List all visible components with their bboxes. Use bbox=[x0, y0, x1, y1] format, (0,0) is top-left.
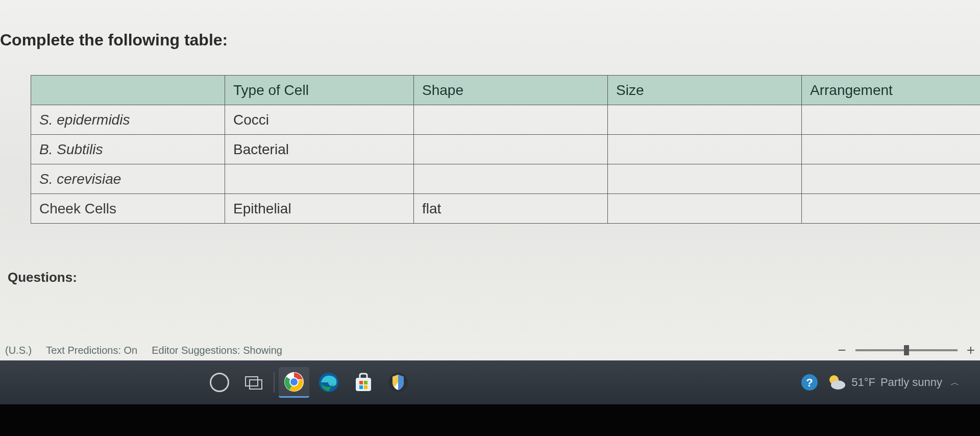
zoom-slider-thumb[interactable] bbox=[904, 345, 909, 355]
chrome-button[interactable] bbox=[279, 367, 309, 398]
cell-shape[interactable] bbox=[414, 135, 608, 164]
tray-chevron-icon[interactable]: ︿ bbox=[950, 376, 960, 389]
table-header-row: Type of Cell Shape Size Arrangement bbox=[31, 76, 981, 105]
cell-type[interactable]: Bacterial bbox=[225, 135, 414, 164]
status-bar: (U.S.) Text Predictions: On Editor Sugge… bbox=[0, 340, 980, 360]
taskbar-right: ? 51°F Partly sunny ︿ bbox=[800, 373, 960, 392]
status-text-predictions[interactable]: Text Predictions: On bbox=[46, 345, 137, 356]
questions-heading: Questions: bbox=[8, 270, 980, 285]
zoom-slider[interactable] bbox=[855, 349, 958, 351]
svg-point-4 bbox=[290, 378, 298, 385]
cell-shape[interactable]: flat bbox=[414, 194, 608, 224]
edge-button[interactable] bbox=[313, 367, 344, 398]
cell-arrangement[interactable] bbox=[802, 164, 981, 194]
help-icon[interactable]: ? bbox=[800, 373, 819, 392]
svg-rect-0 bbox=[246, 377, 258, 386]
cell-size[interactable] bbox=[608, 164, 802, 194]
header-blank bbox=[31, 76, 225, 105]
weather-icon bbox=[827, 373, 846, 392]
cell-size[interactable] bbox=[608, 105, 802, 135]
cell-size[interactable] bbox=[608, 135, 802, 164]
cell-type[interactable]: Epithelial bbox=[225, 194, 414, 224]
svg-text:?: ? bbox=[806, 376, 813, 389]
page-title: Complete the following table: bbox=[0, 31, 980, 50]
row-label[interactable]: Cheek Cells bbox=[31, 194, 225, 224]
svg-rect-7 bbox=[359, 381, 363, 384]
cell-arrangement[interactable] bbox=[802, 135, 981, 164]
cell-size[interactable] bbox=[608, 194, 802, 224]
task-view-button[interactable] bbox=[239, 367, 270, 398]
data-table: Type of Cell Shape Size Arrangement S. e… bbox=[31, 75, 980, 224]
table-row: S. cerevisiae bbox=[31, 164, 981, 194]
taskbar-left bbox=[204, 367, 413, 398]
weather-widget[interactable]: 51°F Partly sunny bbox=[827, 373, 942, 392]
row-label[interactable]: S. cerevisiae bbox=[31, 164, 225, 194]
svg-rect-10 bbox=[364, 385, 368, 389]
cell-type[interactable] bbox=[225, 164, 414, 194]
status-language[interactable]: (U.S.) bbox=[5, 345, 32, 356]
svg-point-15 bbox=[831, 380, 845, 390]
header-type-of-cell: Type of Cell bbox=[225, 76, 414, 105]
edge-icon bbox=[318, 372, 339, 393]
status-editor-suggestions[interactable]: Editor Suggestions: Showing bbox=[152, 345, 282, 356]
shield-icon bbox=[387, 372, 409, 393]
cortana-icon bbox=[210, 373, 229, 392]
svg-rect-9 bbox=[359, 385, 363, 389]
taskbar-divider bbox=[274, 372, 275, 393]
cell-type[interactable]: Cocci bbox=[225, 105, 414, 135]
cell-arrangement[interactable] bbox=[802, 194, 981, 224]
document-area: Complete the following table: Type of Ce… bbox=[0, 0, 980, 362]
table-row: Cheek Cells Epithelial flat bbox=[31, 194, 981, 224]
taskbar: ? 51°F Partly sunny ︿ bbox=[0, 360, 980, 404]
table-row: S. epidermidis Cocci bbox=[31, 105, 981, 135]
bezel bbox=[0, 404, 980, 436]
store-button[interactable] bbox=[348, 367, 379, 398]
security-button[interactable] bbox=[383, 367, 413, 398]
header-arrangement: Arrangement bbox=[802, 76, 981, 105]
cell-shape[interactable] bbox=[414, 105, 608, 135]
header-size: Size bbox=[608, 76, 802, 105]
store-icon bbox=[353, 372, 374, 393]
zoom-out-button[interactable]: − bbox=[838, 342, 846, 358]
chrome-icon bbox=[283, 371, 305, 393]
svg-rect-1 bbox=[250, 380, 262, 389]
svg-rect-8 bbox=[364, 381, 368, 384]
zoom-in-button[interactable]: + bbox=[967, 342, 975, 358]
task-view-icon bbox=[244, 375, 264, 390]
row-label[interactable]: B. Subtilis bbox=[31, 135, 225, 164]
cell-shape[interactable] bbox=[414, 164, 608, 194]
svg-rect-6 bbox=[356, 378, 371, 391]
row-label[interactable]: S. epidermidis bbox=[31, 105, 225, 135]
zoom-control: − + bbox=[838, 342, 975, 358]
header-shape: Shape bbox=[414, 76, 608, 105]
weather-desc: Partly sunny bbox=[880, 376, 942, 389]
table-row: B. Subtilis Bacterial bbox=[31, 135, 981, 164]
cell-arrangement[interactable] bbox=[802, 105, 981, 135]
weather-temp: 51°F bbox=[851, 376, 875, 389]
cortana-button[interactable] bbox=[204, 367, 235, 398]
table-container: Type of Cell Shape Size Arrangement S. e… bbox=[31, 75, 980, 224]
